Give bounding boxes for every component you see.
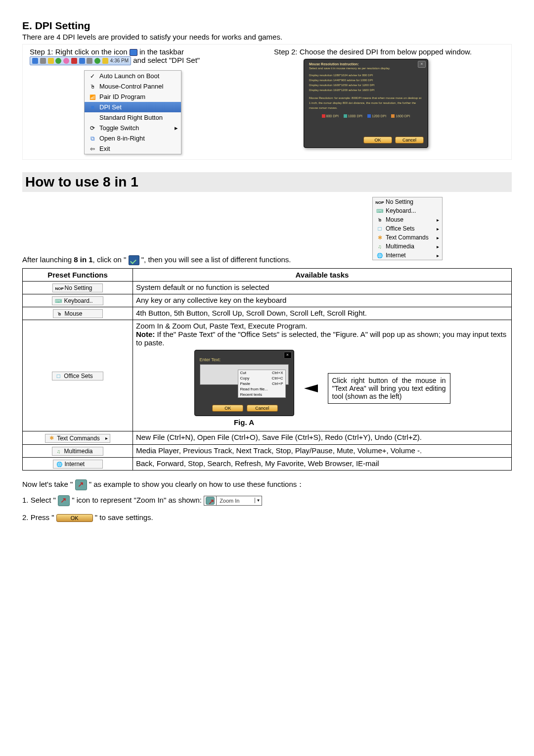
cancel-button[interactable]: Cancel (395, 137, 424, 143)
dpi-steps: Step 1: Right click on the icon in the t… (22, 44, 512, 160)
chevron-right-icon: ▸ (437, 217, 439, 223)
dpi-intro: There are 4 DPI levels are provided to s… (22, 33, 512, 41)
zoom-in-icon[interactable] (58, 495, 70, 506)
dpi-dialog: × Mouse Resolution Instruction: Select a… (304, 59, 428, 148)
figA-enter-label: Enter Text: (195, 350, 294, 363)
dpi-chip[interactable]: 1000 DPI (344, 114, 362, 118)
menuitem-label: Text Commands (57, 435, 100, 442)
chevron-right-icon: ▸ (437, 253, 439, 258)
dpi-chip[interactable]: 800 DPI (322, 114, 339, 118)
chevron-right-icon: ▸ (175, 124, 178, 132)
after-bold: 8 in 1 (74, 255, 92, 264)
menuitem-ms[interactable]: Mouse (53, 309, 103, 318)
dpi-dialog-sub: Select and save it in mouse memory as pe… (304, 67, 428, 73)
th-preset: Preset Functions (23, 269, 133, 282)
dpi-chip[interactable]: 1600 DPI (391, 114, 410, 118)
row-desc: 4th Button, 5th Button, Scroll Up, Scrol… (133, 307, 512, 320)
menuitem-label: No Setting (64, 284, 92, 291)
menuitem-office[interactable]: Office Sets (52, 372, 103, 380)
figA-dialog: × Enter Text: CutCtrl+XCopyCtrl+CPasteCt… (194, 350, 294, 416)
tray-icon (102, 58, 108, 64)
popup-item[interactable]: Internet ▸ (373, 251, 442, 260)
step2-text: Step 2: Choose the desired DPI from belo… (274, 47, 506, 56)
row-desc: New File (Ctrl+N), Open File (Ctrl+O), S… (133, 431, 512, 445)
zoom-in-icon[interactable] (75, 479, 87, 490)
close-icon[interactable]: × (418, 61, 426, 68)
context-menu-item[interactable]: Mouse-Control Pannel (85, 81, 181, 92)
menu-item-label: Pair ID Program (99, 93, 145, 100)
context-menu[interactable]: Auto Launch on Boot Mouse-Control Pannel… (84, 70, 181, 154)
dpi-chips[interactable]: 800 DPI1000 DPI1200 DPI1600 DPI (304, 114, 428, 118)
context-menu-item[interactable]: Open 8-in-Right (85, 133, 181, 143)
popup-item-label: Mouse (386, 216, 403, 223)
context-menu-item[interactable]: Exit (85, 143, 181, 154)
row-icon: Internet (23, 457, 133, 470)
ok-button[interactable]: OK (56, 514, 93, 522)
step1-column: Step 1: Right click on the icon in the t… (23, 45, 267, 159)
ok-button[interactable]: OK (212, 405, 243, 412)
figA-label: Fig. A (194, 418, 294, 426)
popup-item[interactable]: Keyboard... (373, 206, 442, 215)
ctx-item[interactable]: CutCtrl+X (238, 370, 285, 376)
arrow-left-icon (304, 384, 318, 392)
ctx-item[interactable]: Recent texts (238, 392, 285, 397)
int-icon (55, 461, 63, 467)
popup-item[interactable]: Text Commands ▸ (373, 233, 442, 242)
nop-icon (55, 285, 63, 291)
note-text: If the" Paste Text" of the "Office Sets"… (136, 330, 506, 347)
menuitem-nop[interactable]: No Setting (52, 284, 102, 292)
dpi-advice-line: Display resolution 1280*1024 advise for … (304, 73, 428, 78)
ctx-item[interactable]: PasteCtrl+P (238, 381, 285, 386)
context-menu-item[interactable]: DPI Set (85, 102, 181, 112)
chevron-right-icon: ▸ (437, 226, 439, 232)
chevron-right-icon: ▸ (437, 235, 439, 240)
chevron-down-icon[interactable]: ▼ (255, 498, 262, 503)
popup-item-label: Text Commands (386, 234, 429, 241)
section-8in1-title: How to use 8 in 1 (22, 172, 512, 192)
dpi-chip[interactable]: 1200 DPI (367, 114, 386, 118)
zoom-combo[interactable]: Zoom In ▼ (204, 496, 262, 506)
ok-button[interactable]: OK (363, 137, 392, 143)
popup-item[interactable]: Mouse ▸ (373, 215, 442, 224)
figA-textarea[interactable]: CutCtrl+XCopyCtrl+CPasteCtrl+PRead from … (200, 364, 289, 385)
menuitem-kb[interactable]: Keyboard.. (52, 296, 103, 305)
app-check-icon[interactable] (129, 255, 139, 265)
tray-icon (55, 58, 61, 64)
popup-item-label: Office Sets (386, 225, 414, 232)
toggle-icon (88, 125, 97, 132)
note-label: Note: (136, 330, 155, 338)
step1-text-a: Step 1: Right click on the icon (30, 47, 130, 56)
popup-item[interactable]: No Setting (373, 197, 442, 206)
popup-item[interactable]: Office Sets ▸ (373, 224, 442, 233)
close-icon[interactable]: × (284, 352, 292, 359)
context-menu-item[interactable]: Standard Right Button (85, 112, 181, 123)
tray-icon (71, 58, 77, 64)
mm-icon (54, 448, 62, 454)
popup-item[interactable]: Multimedia ▸ (373, 242, 442, 251)
taskbar-strip: 4:36 PM (30, 56, 131, 65)
press-a: 2. Press " (22, 513, 56, 521)
row-office-desc: Zoom In & Zoom Out, Paste Text, Execute … (133, 320, 512, 431)
function-popup[interactable]: No Setting Keyboard... Mouse ▸ Office Se… (367, 197, 443, 260)
tray-icon (87, 58, 92, 64)
menuitem-tc[interactable]: Text Commands▸ (45, 434, 110, 443)
figA-context-menu[interactable]: CutCtrl+XCopyCtrl+CPasteCtrl+PRead from … (238, 370, 286, 398)
tray-app-icon[interactable] (130, 49, 137, 56)
row-office-icon: Office Sets (23, 320, 133, 431)
ctx-item[interactable]: Read from file... (238, 386, 285, 392)
menuitem-label: Mouse (65, 310, 83, 317)
menuitem-label: Office Sets (64, 373, 92, 379)
kb-icon (54, 298, 62, 304)
ctx-item[interactable]: CopyCtrl+C (238, 376, 285, 381)
context-menu-item[interactable]: Toggle Switch ▸ (85, 123, 181, 133)
menuitem-mm[interactable]: Multimedia (52, 447, 103, 456)
menu-item-label: Standard Right Button (99, 114, 163, 121)
sel-a: 1. Select " (22, 496, 58, 504)
menuitem-label: Internet (65, 461, 85, 468)
context-menu-item[interactable]: Auto Launch on Boot (85, 71, 181, 81)
context-menu-item[interactable]: Pair ID Program (85, 92, 181, 102)
cancel-button[interactable]: Cancel (247, 405, 278, 412)
mouse-icon (88, 83, 97, 90)
menuitem-int[interactable]: Internet (53, 460, 103, 469)
tray-icon (63, 58, 69, 64)
